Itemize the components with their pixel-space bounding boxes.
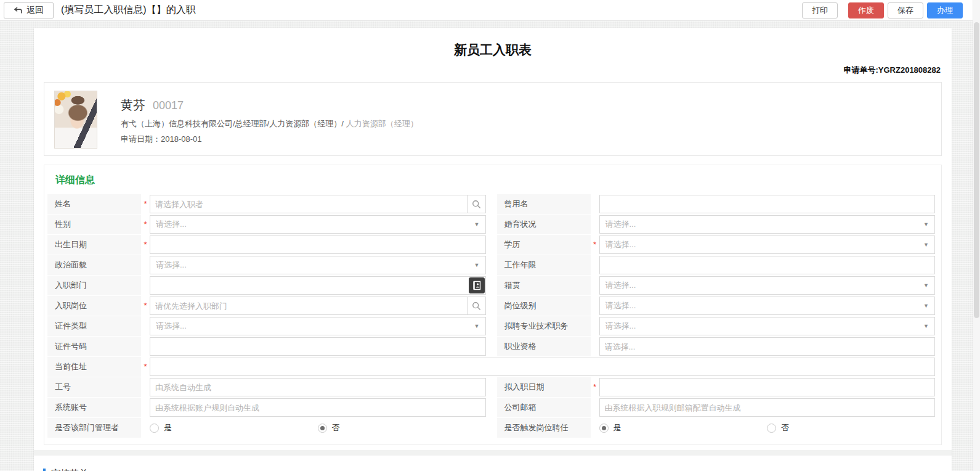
audit-section-title: 审核菜单: [51, 468, 88, 471]
topbar: 返回 (填写员工入职信息)【】的入职 打印 作废 保存 办理: [0, 0, 980, 21]
field-label-system-account: 系统账号: [47, 398, 141, 417]
form-row: 工号 拟入职日期 *: [47, 377, 935, 397]
radio-unchecked-icon: [150, 424, 159, 433]
form-panel: 新员工入职表 申请单号:YGRZ201808282 黄芬 00017 有弋（上海…: [34, 28, 952, 471]
field-label-department: 入职部门: [47, 276, 141, 295]
employee-photo: [54, 91, 97, 149]
section-divider: [34, 450, 952, 456]
chevron-down-icon: ▼: [923, 242, 929, 248]
trigger-appointment-yes-radio[interactable]: 是: [599, 422, 767, 433]
gender-select[interactable]: 请选择... ▼: [150, 215, 486, 234]
employee-number: 00017: [153, 99, 184, 112]
employee-card: 黄芬 00017 有弋（上海）信息科技有限公司/总经理部/人力资源部（经理）/人…: [44, 82, 942, 156]
position-level-select[interactable]: 请选择... ▼: [599, 297, 936, 315]
chevron-down-icon: ▼: [923, 303, 929, 309]
field-label-trigger-appointment: 是否触发岗位聘任: [497, 418, 591, 438]
field-label-political-status: 政治面貌: [47, 255, 141, 275]
detail-section: 详细信息 姓名 * 曾用名 性别 *: [44, 165, 942, 445]
form-row: 当前住址 *: [47, 357, 935, 377]
radio-checked-icon: [599, 424, 609, 433]
chevron-down-icon: ▼: [923, 283, 929, 289]
form-row: 系统账号 公司邮箱: [47, 398, 935, 417]
work-years-input[interactable]: [599, 256, 936, 274]
chevron-down-icon: ▼: [474, 324, 480, 329]
radio-label: 是: [164, 422, 172, 433]
form-row: 性别 * 请选择... ▼ 婚育状况 请选择... ▼: [47, 215, 935, 234]
required-mark: *: [141, 194, 150, 214]
native-place-select[interactable]: 请选择... ▼: [599, 276, 936, 295]
search-icon[interactable]: [467, 195, 485, 213]
search-icon[interactable]: [467, 297, 485, 314]
employee-info: 黄芬 00017 有弋（上海）信息科技有限公司/总经理部/人力资源部（经理）/人…: [121, 91, 418, 147]
back-button-label: 返回: [26, 5, 44, 16]
trigger-appointment-no-radio[interactable]: 否: [767, 422, 935, 433]
chevron-down-icon: ▼: [474, 222, 480, 227]
radio-checked-icon: [318, 424, 327, 433]
field-label-position: 入职岗位: [47, 296, 141, 316]
void-button[interactable]: 作废: [848, 2, 884, 18]
system-account-input[interactable]: [150, 398, 486, 417]
field-label-tech-title: 拟聘专业技术职务: [497, 316, 591, 336]
education-placeholder: 请选择...: [605, 239, 924, 250]
is-dept-manager-radio-group: 是 否: [150, 418, 486, 438]
cert-no-input[interactable]: [150, 337, 486, 356]
form-row: 证件类型 请选择... ▼ 拟聘专业技术职务 请选择... ▼: [47, 316, 935, 336]
form-row: 入职部门 籍贯 请选择... ▼: [47, 276, 935, 295]
field-label-cert-type: 证件类型: [47, 316, 141, 336]
radio-label: 否: [332, 422, 340, 433]
form-row: 出生日期 * 学历 * 请选择... ▼: [47, 235, 935, 255]
field-label-is-dept-manager: 是否该部门管理者: [47, 418, 141, 438]
tech-title-select[interactable]: 请选择... ▼: [599, 317, 936, 335]
political-status-select[interactable]: 请选择... ▼: [150, 256, 486, 274]
marital-status-select[interactable]: 请选择... ▼: [599, 215, 936, 234]
apply-date: 申请日期：2018-08-01: [121, 134, 418, 145]
form-row: 入职岗位 * 岗位级别 请选择... ▼: [47, 296, 935, 316]
position-input[interactable]: [150, 297, 467, 314]
current-address-input[interactable]: [150, 358, 935, 376]
form-row: 证件号码 职业资格: [47, 337, 935, 356]
former-name-input[interactable]: [599, 195, 936, 213]
scrollbar-thumb[interactable]: [974, 22, 979, 318]
is-dept-manager-no-radio[interactable]: 否: [318, 422, 486, 433]
position-level-placeholder: 请选择...: [605, 300, 924, 311]
org-path-secondary: 人力资源部（经理）: [346, 119, 418, 128]
company-email-input[interactable]: [599, 398, 936, 417]
occupation-qualification-input[interactable]: [599, 337, 936, 356]
vertical-scrollbar[interactable]: [973, 0, 980, 471]
page-title: (填写员工入职信息)【】的入职: [61, 4, 196, 17]
name-input[interactable]: [150, 195, 467, 213]
required-mark: *: [141, 357, 150, 377]
tech-title-placeholder: 请选择...: [605, 321, 924, 332]
audit-section-header: 审核菜单: [34, 456, 952, 471]
employee-no-input[interactable]: [150, 378, 486, 396]
address-book-icon: [472, 281, 482, 290]
form-title: 新员工入职表: [34, 41, 952, 59]
field-label-native-place: 籍贯: [497, 276, 591, 295]
employee-org-path: 有弋（上海）信息科技有限公司/总经理部/人力资源部（经理）/人力资源部（经理）: [121, 118, 418, 129]
is-dept-manager-yes-radio[interactable]: 是: [150, 422, 318, 433]
gender-placeholder: 请选择...: [156, 219, 474, 230]
field-label-proposed-entry-date: 拟入职日期: [497, 377, 591, 397]
department-input[interactable]: [150, 276, 486, 295]
radio-label: 是: [614, 422, 622, 433]
cert-type-select[interactable]: 请选择... ▼: [150, 317, 486, 335]
education-select[interactable]: 请选择... ▼: [599, 236, 936, 254]
department-picker-button[interactable]: [469, 277, 485, 293]
field-label-cert-no: 证件号码: [47, 337, 141, 356]
field-label-company-email: 公司邮箱: [497, 398, 591, 417]
request-number-label: 申请单号:: [843, 65, 878, 75]
apply-date-value: 2018-08-01: [161, 134, 202, 144]
field-label-birth-date: 出生日期: [47, 235, 141, 255]
name-search-field: [150, 195, 486, 213]
chevron-down-icon: ▼: [474, 263, 480, 268]
back-arrow-icon: [14, 7, 22, 14]
field-label-name: 姓名: [47, 194, 141, 214]
field-label-occupation-qualification: 职业资格: [497, 337, 591, 356]
save-button[interactable]: 保存: [888, 2, 923, 18]
back-button[interactable]: 返回: [4, 2, 54, 18]
process-button[interactable]: 办理: [927, 2, 963, 18]
birth-date-input[interactable]: [150, 236, 486, 254]
print-button[interactable]: 打印: [802, 2, 838, 18]
field-label-former-name: 曾用名: [497, 194, 591, 214]
proposed-entry-date-input[interactable]: [599, 378, 936, 396]
